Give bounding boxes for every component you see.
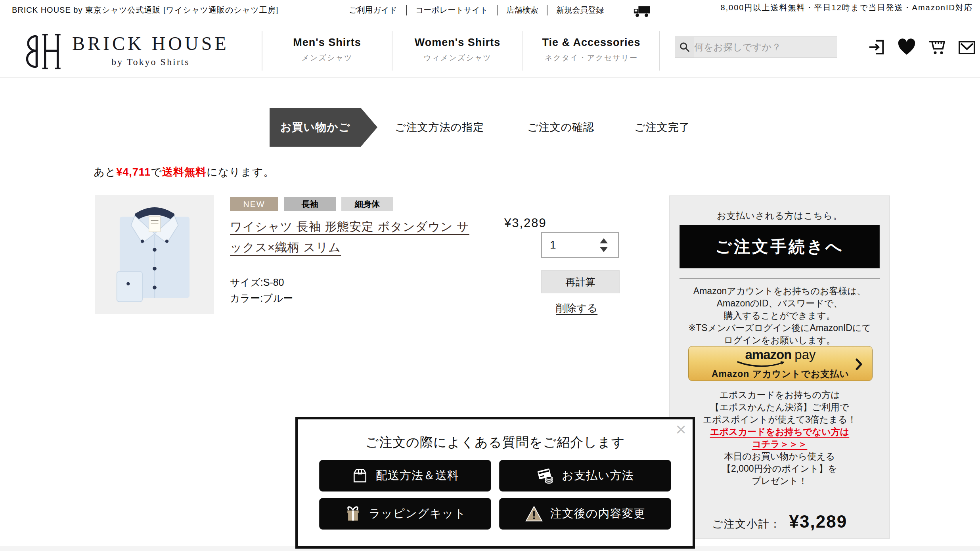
quantity-input[interactable] xyxy=(542,233,589,257)
faq-wrapping-button[interactable]: ラッピングキット xyxy=(319,498,491,530)
mail-icon[interactable] xyxy=(957,37,977,57)
shipping-promo: 8,000円以上送料無料・平日12時まで当日発送・AmazonID対応 xyxy=(695,2,973,13)
nav-tie-accessories[interactable]: Tie & Accessories ネクタイ・アクセサリー xyxy=(523,31,660,71)
tag-slim-fit: 細身体 xyxy=(341,197,393,211)
shipping-highlight: 送料無料 xyxy=(162,166,207,178)
step-complete: ご注文完了 xyxy=(634,108,690,147)
faq-modal-title: ご注文の際によくある質問をご紹介します xyxy=(298,434,693,452)
proceed-checkout-button[interactable]: ご注文手続きへ xyxy=(679,225,880,268)
subtotal-value: ¥3,289 xyxy=(789,512,848,532)
faq-buttons: 配送方法＆送料 お支払い方法 xyxy=(319,460,671,530)
checkout-steps: お買い物かご ご注文方法の指定 ご注文の確認 ご注文完了 xyxy=(0,108,980,147)
logo-sub-text: by Tokyo Shirts xyxy=(72,57,229,67)
search-input[interactable] xyxy=(694,42,837,53)
product-image[interactable] xyxy=(95,195,214,314)
utility-links: ご利用ガイド コーポレートサイト 店舗検索 新規会員登録 xyxy=(340,5,612,15)
main-header: BRICK HOUSE by Tokyo Shirts Men's Shirts… xyxy=(0,25,980,78)
faq-shipping-button[interactable]: 配送方法＆送料 xyxy=(319,460,491,492)
free-shipping-note: あと¥4,711で送料無料になります。 xyxy=(94,165,274,179)
product-tags: NEW 長袖 細身体 xyxy=(230,197,393,211)
step-confirm: ご注文の確認 xyxy=(527,108,594,147)
quantity-up-button[interactable] xyxy=(600,238,608,243)
header-icons xyxy=(867,37,977,57)
tag-long-sleeve: 長袖 xyxy=(284,197,336,211)
brand-logo[interactable]: BRICK HOUSE by Tokyo Shirts xyxy=(19,33,229,72)
site-tagline: BRICK HOUSE by 東京シャツ公式通販 [ワイシャツ通販のシャツ工房] xyxy=(12,5,278,15)
step-shipping: ご注文方法の指定 xyxy=(395,108,484,147)
panel-heading: お支払いされる方はこちら。 xyxy=(670,210,889,222)
amazon-smile-icon xyxy=(736,361,787,367)
shipping-amount: ¥4,711 xyxy=(116,166,151,178)
payment-card-icon xyxy=(536,467,555,485)
epos-promo: エポスカードをお持ちの方は 【エポスかんたん決済】ご利用で エポスポイントが使え… xyxy=(670,389,889,487)
login-icon[interactable] xyxy=(867,37,886,57)
tag-new: NEW xyxy=(230,197,278,211)
amazon-account-info: Amazonアカウントをお持ちのお客様は、 AmazonのID、パスワードで、 … xyxy=(670,285,889,346)
order-subtotal: ご注文小計： ¥3,289 xyxy=(670,512,889,532)
product-size: サイズ:S-80 xyxy=(230,274,293,290)
nav-womens-shirts[interactable]: Women's Shirts ウィメンズシャツ xyxy=(392,31,523,71)
delete-item-link[interactable]: 削除する xyxy=(556,301,597,315)
wishlist-heart-icon[interactable] xyxy=(897,37,917,57)
panel-divider xyxy=(679,278,880,279)
cart-page: BRICK HOUSE by 東京シャツ公式通販 [ワイシャツ通販のシャツ工房]… xyxy=(0,0,980,551)
search-box xyxy=(675,36,837,58)
quantity-down-button[interactable] xyxy=(600,247,608,252)
checkout-panel: お支払いされる方はこちら。 ご注文手続きへ Amazonアカウントをお持ちのお客… xyxy=(669,195,890,539)
package-icon xyxy=(351,467,369,485)
faq-payment-button[interactable]: お支払い方法 xyxy=(499,460,671,492)
product-title-link[interactable]: ワイシャツ 長袖 形態安定 ボタンダウン サックス×織柄 スリム xyxy=(230,216,473,258)
amazon-pay-button[interactable]: amazon pay Amazon アカウントでお支払い xyxy=(688,346,873,381)
recalculate-button[interactable]: 再計算 xyxy=(541,270,620,293)
link-stores[interactable]: 店舗検索 xyxy=(497,5,547,15)
bh-monogram-icon xyxy=(19,33,63,72)
search-icon xyxy=(675,37,694,57)
step-cart-active: お買い物かご xyxy=(270,108,377,147)
logo-text: BRICK HOUSE by Tokyo Shirts xyxy=(72,33,229,67)
epos-card-link[interactable]: エポスカードをお持ちでない方は コチラ＞＞＞ xyxy=(670,426,889,450)
link-signup[interactable]: 新規会員登録 xyxy=(547,5,612,15)
link-corporate[interactable]: コーポレートサイト xyxy=(406,5,497,15)
chevron-right-icon xyxy=(856,358,863,370)
faq-change-order-button[interactable]: 注文後の内容変更 xyxy=(499,498,671,530)
logo-main-text: BRICK HOUSE xyxy=(72,33,229,54)
gift-icon xyxy=(344,504,362,523)
product-color: カラー:ブルー xyxy=(230,290,293,306)
subtotal-label: ご注文小計： xyxy=(712,517,781,531)
primary-nav: Men's Shirts メンズシャツ Women's Shirts ウィメンズ… xyxy=(262,31,660,71)
product-price: ¥3,289 xyxy=(504,216,547,230)
link-guide[interactable]: ご利用ガイド xyxy=(340,5,406,15)
truck-icon xyxy=(633,4,651,20)
nav-mens-shirts[interactable]: Men's Shirts メンズシャツ xyxy=(262,31,392,71)
cart-icon[interactable] xyxy=(927,37,947,57)
shirt-illustration xyxy=(106,203,203,306)
product-options: サイズ:S-80 カラー:ブルー xyxy=(230,274,293,306)
quantity-stepper xyxy=(541,232,619,258)
faq-modal: × ご注文の際によくある質問をご紹介します 配送方法＆送料 xyxy=(295,417,695,549)
warning-icon xyxy=(525,505,543,522)
top-utility-bar: BRICK HOUSE by 東京シャツ公式通販 [ワイシャツ通販のシャツ工房]… xyxy=(0,0,980,25)
amazon-pay-logo: amazon pay xyxy=(745,347,815,362)
